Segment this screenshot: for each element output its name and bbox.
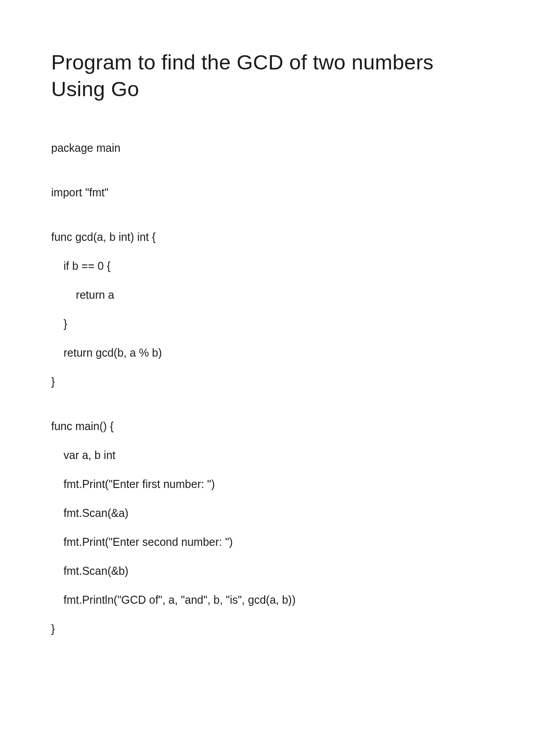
code-line: return gcd(b, a % b)	[51, 345, 483, 361]
document-title: Program to find the GCD of two numbers U…	[51, 49, 483, 102]
code-line: fmt.Print("Enter second number: ")	[51, 534, 483, 550]
code-line: return a	[51, 287, 483, 303]
code-line: fmt.Print("Enter first number: ")	[51, 476, 483, 492]
code-line: fmt.Scan(&a)	[51, 505, 483, 521]
code-line: fmt.Scan(&b)	[51, 563, 483, 579]
code-line: func main() {	[51, 419, 483, 434]
code-line: func gcd(a, b int) int {	[51, 229, 483, 245]
code-line: }	[51, 621, 483, 637]
code-line: var a, b int	[51, 447, 483, 463]
blank-line	[51, 403, 483, 419]
blank-line	[51, 214, 483, 229]
code-line: }	[51, 374, 483, 390]
code-line: fmt.Println("GCD of", a, "and", b, "is",…	[51, 592, 483, 608]
code-line: package main	[51, 140, 483, 156]
code-line: }	[51, 316, 483, 332]
code-line: if b == 0 {	[51, 258, 483, 274]
code-block: package main import "fmt" func gcd(a, b …	[51, 140, 483, 637]
blank-line	[51, 169, 483, 185]
code-line: import "fmt"	[51, 185, 483, 200]
